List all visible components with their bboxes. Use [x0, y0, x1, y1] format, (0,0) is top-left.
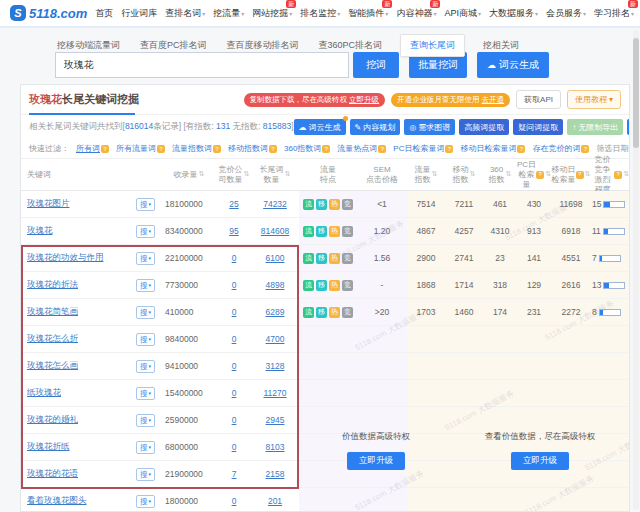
upgrade-promo-badge[interactable]: 复制数据下载，尽在高级特权立即升级 [244, 93, 386, 107]
quick-filter-link[interactable]: 所有流量词 ? [116, 143, 165, 154]
help-icon[interactable]: ? [101, 145, 109, 153]
keyword-link[interactable]: 玫瑰花的婚礼 [27, 414, 78, 426]
bidder-count-link[interactable]: 25 [229, 199, 238, 209]
sort-icon[interactable]: ⇅ [244, 170, 250, 179]
get-api-button[interactable]: 获取API [516, 90, 561, 109]
bidder-count-link[interactable]: 0 [232, 415, 237, 425]
quick-filter-link[interactable]: 所有词 ? [76, 143, 109, 154]
longtail-count-link[interactable]: 3128 [266, 361, 285, 371]
col-header-longtail[interactable]: 长尾词数量⇅ [251, 159, 299, 190]
bidder-count-link[interactable]: 0 [232, 253, 237, 263]
sort-icon[interactable]: ⇅ [432, 170, 438, 179]
bidder-count-link[interactable]: 0 [232, 334, 237, 344]
keyword-link[interactable]: 玫瑰花的折法 [27, 279, 78, 291]
open-enterprise-link[interactable]: 去开通 [482, 95, 505, 104]
sort-icon[interactable]: ⇅ [470, 170, 476, 179]
keyword-search-control[interactable]: 搜▾ [136, 306, 155, 319]
quick-filter-link[interactable]: PC日检索量词 ? [393, 143, 453, 154]
longtail-count-link[interactable]: 201 [268, 496, 282, 506]
sort-icon[interactable]: ⇅ [285, 170, 291, 179]
scrollbar-thumb[interactable] [633, 38, 639, 148]
keyword-search-control[interactable]: 搜▾ [136, 414, 155, 427]
sort-icon[interactable]: ⇅ [623, 170, 629, 179]
bidder-count-link[interactable]: 0 [232, 442, 237, 452]
action-button[interactable]: ↓ 导出数据 [627, 119, 630, 135]
sort-icon[interactable]: ⇅ [585, 170, 591, 179]
quick-filter-link[interactable]: 流量指数词 ? [172, 143, 221, 154]
nav-menu-item[interactable]: 学习排名 ▾ 新 [594, 7, 634, 20]
tutorial-button[interactable]: 使用教程▾ [567, 90, 621, 109]
action-button[interactable]: ✎ 内容规划 [350, 119, 401, 135]
col-header-included[interactable]: 收录量⇅ [161, 159, 217, 190]
keyword-link[interactable]: 玫瑰花折纸 [27, 441, 70, 453]
help-icon[interactable]: ? [536, 171, 544, 179]
quick-filter-link[interactable]: 360指数词 ? [284, 143, 330, 154]
quick-filter-link[interactable]: 流量热点词 ? [337, 143, 386, 154]
col-header-360-index[interactable]: 360指数⇅ [483, 159, 517, 190]
col-header-bidders[interactable]: 竞价公司数量⇅ [217, 159, 251, 190]
keyword-link[interactable]: 玫瑰花的功效与作用 [27, 252, 104, 264]
action-button[interactable]: ↑ 无限制导出 [567, 119, 623, 135]
keyword-search-control[interactable]: 搜▾ [136, 468, 155, 481]
nav-menu-item[interactable]: 会员服务 ▾ [546, 7, 586, 20]
sort-icon[interactable]: ⇅ [506, 170, 512, 179]
longtail-count-link[interactable]: 4700 [266, 334, 285, 344]
col-header-bid-competition[interactable]: 竞价竞争激烈程度?⇅ [591, 159, 629, 190]
col-header-pc-daily[interactable]: PC日检索量?⇅ [517, 159, 551, 190]
quick-filter-link[interactable]: 移动指数词 ? [228, 143, 277, 154]
nav-menu-item[interactable]: 智能插件 ▾ 新 [348, 7, 388, 20]
bidder-count-link[interactable]: 7 [232, 469, 237, 479]
longtail-count-link[interactable]: 2945 [266, 415, 285, 425]
help-icon[interactable]: ? [581, 145, 589, 153]
quick-filter-link[interactable]: 存在竞价的词 ? [532, 143, 589, 154]
col-header-flow-index[interactable]: 流量指数⇅ [407, 159, 445, 190]
nav-menu-item[interactable]: 网站挖掘 ▾ 新 [252, 7, 292, 20]
keyword-search-control[interactable]: 搜▾ [136, 279, 155, 292]
keyword-link[interactable]: 纸玫瑰花 [27, 387, 61, 399]
bidder-count-link[interactable]: 95 [229, 226, 238, 236]
bidder-count-link[interactable]: 0 [232, 361, 237, 371]
longtail-count-link[interactable]: 4898 [266, 280, 285, 290]
longtail-count-link[interactable]: 6289 [266, 307, 285, 317]
nav-menu-item[interactable]: 排名监控 ▾ [300, 7, 340, 20]
tool-tab[interactable]: 查百度移动排名词 [225, 36, 301, 55]
keyword-link[interactable]: 玫瑰花的花语 [27, 468, 78, 480]
keyword-search-control[interactable]: 搜▾ [136, 198, 155, 211]
help-icon[interactable]: ? [517, 145, 525, 153]
action-button[interactable]: ☁ 词云生成 [294, 119, 346, 135]
keyword-search-control[interactable]: 搜▾ [136, 333, 155, 346]
longtail-count-link[interactable]: 11270 [263, 388, 286, 398]
longtail-count-link[interactable]: 74232 [263, 199, 287, 209]
nav-menu-item[interactable]: 挖流量 ▾ [213, 7, 244, 20]
longtail-count-link[interactable]: 6100 [266, 253, 285, 263]
keyword-search-control[interactable]: 搜▾ [136, 225, 155, 238]
help-icon[interactable]: ? [157, 145, 165, 153]
help-icon[interactable]: ? [213, 145, 221, 153]
keyword-search-control[interactable]: 搜▾ [136, 360, 155, 373]
tool-tab[interactable]: 查360PC排名词 [317, 36, 385, 55]
nav-menu-item[interactable]: API商城 ▾ [444, 7, 481, 20]
help-icon[interactable]: ? [614, 171, 622, 179]
enterprise-promo-badge[interactable]: 开通企业版月查无限使用去开通 [391, 93, 510, 107]
nav-menu-item[interactable]: 内容神器 ▾ 新 [396, 7, 436, 20]
col-header-mobile-index[interactable]: 移动指数⇅ [445, 159, 483, 190]
nav-menu-item[interactable]: 首页 [95, 7, 113, 20]
keyword-link[interactable]: 玫瑰花 [27, 225, 53, 237]
keyword-link[interactable]: 玫瑰花简笔画 [27, 306, 78, 318]
col-header-mobile-daily[interactable]: 移动日检索量?⇅ [551, 159, 591, 190]
longtail-count-link[interactable]: 814608 [261, 226, 289, 236]
action-button[interactable]: ◎ 需求图谱 [404, 119, 455, 135]
upgrade-link[interactable]: 立即升级 [349, 95, 379, 104]
nav-menu-item[interactable]: 大数据服务 ▾ [489, 7, 538, 20]
bidder-count-link[interactable]: 0 [232, 388, 237, 398]
keyword-search-control[interactable]: 搜▾ [136, 252, 155, 265]
help-icon[interactable]: ? [378, 145, 386, 153]
upgrade-now-button[interactable]: 立即升级 [511, 452, 569, 470]
action-button[interactable]: 高频词提取 [459, 119, 509, 135]
keyword-link[interactable]: 玫瑰花图片 [27, 198, 70, 210]
nav-menu-item[interactable]: 查排名词 ▾ [165, 7, 205, 20]
longtail-count-link[interactable]: 2158 [266, 469, 285, 479]
site-logo[interactable]: S 5118.com [10, 5, 87, 21]
tool-tab[interactable]: 查询长尾词 [400, 34, 465, 57]
keyword-search-control[interactable]: 搜▾ [136, 441, 155, 454]
